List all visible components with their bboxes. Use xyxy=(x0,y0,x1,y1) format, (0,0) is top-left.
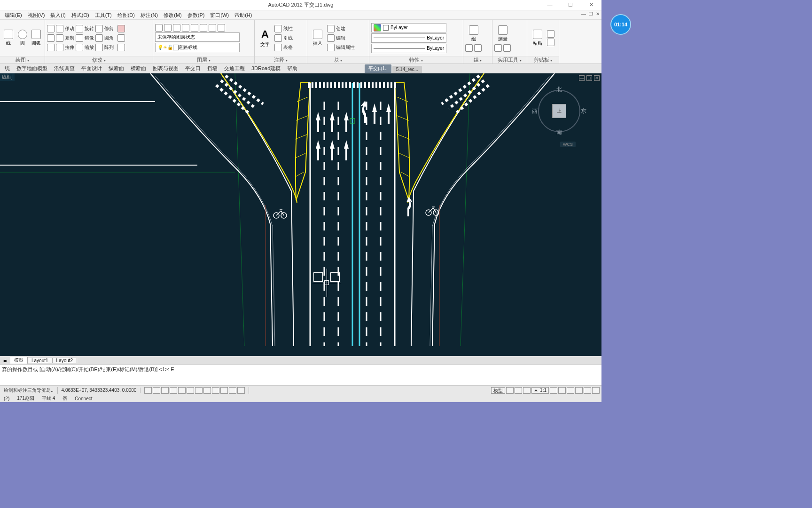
secmenu-item[interactable]: 挡墙 xyxy=(204,65,220,72)
status-icon[interactable] xyxy=(558,387,566,394)
secmenu-item[interactable]: 交通工程 xyxy=(221,65,248,72)
secmenu-item[interactable]: 统 xyxy=(2,65,13,72)
layer-current-dropdown[interactable]: 💡 ☀ 🔓 道路标线 xyxy=(155,43,240,52)
osnap-toggle[interactable] xyxy=(178,387,186,394)
compass-north[interactable]: 北 xyxy=(556,86,562,94)
menu-format[interactable]: 格式(O) xyxy=(69,10,92,20)
rotate-icon[interactable] xyxy=(76,25,83,32)
copy-icon[interactable] xyxy=(56,34,63,42)
paste-button[interactable]: 粘贴 xyxy=(529,24,546,53)
text-button[interactable]: A文字 xyxy=(257,24,273,53)
menu-tools[interactable]: 工具(T) xyxy=(92,10,115,20)
secmenu-item[interactable]: 沿线调查 xyxy=(51,65,78,72)
hatch-icon[interactable] xyxy=(47,44,55,51)
menu-window[interactable]: 窗口(W) xyxy=(207,10,232,20)
layout-tab-model[interactable]: 模型 xyxy=(10,357,28,364)
secmenu-item[interactable]: 平面设计 xyxy=(78,65,105,72)
measure-button[interactable]: 测量 xyxy=(494,24,511,43)
block-attr-button[interactable]: 编辑属性 xyxy=(327,44,355,51)
panel-props-label[interactable]: 特性 xyxy=(369,56,463,64)
trim-icon[interactable] xyxy=(95,25,103,32)
ortho-toggle[interactable] xyxy=(161,387,169,394)
group-button[interactable]: 组 xyxy=(465,24,482,43)
leader-button[interactable]: 引线 xyxy=(274,34,293,42)
layer-off-icon[interactable] xyxy=(200,24,207,32)
status-icon[interactable] xyxy=(592,387,600,394)
move-icon[interactable] xyxy=(56,25,63,32)
ungroup-icon[interactable] xyxy=(465,44,473,52)
command-line[interactable]: 弃的操作数目或 [自动(A)/控制(C)/开始(BE)/结束(E)/标记(M)/… xyxy=(0,365,601,385)
minimize-button[interactable]: — xyxy=(539,0,560,10)
status-icon[interactable] xyxy=(584,387,591,394)
qp-toggle[interactable] xyxy=(229,387,236,394)
panel-group-label[interactable]: 组 xyxy=(463,56,492,64)
draw-arc-button[interactable]: 圆弧 xyxy=(30,24,43,53)
mdi-min-icon[interactable]: — xyxy=(581,11,586,16)
explode-icon[interactable] xyxy=(117,34,125,42)
offset-icon[interactable] xyxy=(117,44,125,51)
panel-layers-label[interactable]: 图层 xyxy=(153,56,254,64)
linetype-dropdown[interactable]: ByLayer xyxy=(371,44,446,53)
polar-toggle[interactable] xyxy=(170,387,177,394)
secmenu-item[interactable]: 帮助 xyxy=(284,65,300,72)
status-icon[interactable] xyxy=(575,387,583,394)
mdi-restore-icon[interactable]: ❐ xyxy=(589,11,593,16)
menu-params[interactable]: 参数(P) xyxy=(185,10,208,20)
mirror-icon[interactable] xyxy=(76,34,83,42)
viewcube-top[interactable]: 上 xyxy=(552,104,566,118)
status-icon[interactable] xyxy=(567,387,574,394)
stretch-icon[interactable] xyxy=(56,44,63,51)
doc-tab[interactable]: 5.14_rec... xyxy=(392,66,422,73)
otrack-toggle[interactable] xyxy=(187,387,194,394)
menu-insert[interactable]: 插入(I) xyxy=(47,10,68,20)
grid-toggle[interactable] xyxy=(153,387,160,394)
menu-edit[interactable]: 编辑(E) xyxy=(2,10,25,20)
compass-south[interactable]: 南 xyxy=(556,128,562,136)
panel-block-label[interactable]: 块 xyxy=(307,56,369,64)
panel-clip-label[interactable]: 剪贴板 xyxy=(527,56,559,64)
layout-tab-1[interactable]: Layout1 xyxy=(28,358,53,363)
menu-dimension[interactable]: 标注(N) xyxy=(138,10,161,20)
secmenu-item[interactable]: 平交口 xyxy=(182,65,203,72)
menu-modify[interactable]: 修改(M) xyxy=(161,10,185,20)
panel-draw-label[interactable]: 绘图 xyxy=(0,56,45,64)
status-icon[interactable] xyxy=(506,387,514,394)
model-space-button[interactable]: 模型 xyxy=(491,387,505,394)
erase-icon[interactable] xyxy=(117,25,125,32)
layer-states-icon[interactable] xyxy=(164,24,172,32)
color-dropdown[interactable]: ByLayer xyxy=(371,23,446,32)
layer-freeze-icon[interactable] xyxy=(182,24,189,32)
lineweight-dropdown[interactable]: ByLayer xyxy=(371,33,446,43)
compass-east[interactable]: 东 xyxy=(581,107,586,115)
fillet-icon[interactable] xyxy=(95,34,103,42)
menu-draw[interactable]: 绘图(D) xyxy=(115,10,138,20)
scale-icon[interactable] xyxy=(76,44,83,51)
layer-prev-icon[interactable] xyxy=(218,24,225,32)
rect-icon[interactable] xyxy=(47,25,55,32)
group-edit-icon[interactable] xyxy=(474,44,482,52)
menu-view[interactable]: 视图(V) xyxy=(25,10,48,20)
draw-circle-button[interactable]: 圆 xyxy=(16,24,29,53)
panel-modify-label[interactable]: 修改 xyxy=(45,56,153,64)
maximize-button[interactable]: ☐ xyxy=(560,0,581,10)
select-icon[interactable] xyxy=(503,44,511,52)
block-create-button[interactable]: 创建 xyxy=(327,25,355,32)
array-icon[interactable] xyxy=(95,44,103,51)
drawing-canvas[interactable]: 线框] — □ ✕ xyxy=(0,73,601,356)
layer-iso-icon[interactable] xyxy=(173,24,180,32)
copy-clip-icon[interactable] xyxy=(547,39,554,46)
view-cube[interactable]: 北 南 东 西 上 xyxy=(536,87,583,135)
snap-toggle[interactable] xyxy=(144,387,152,394)
layer-match-icon[interactable] xyxy=(209,24,216,32)
dyn-toggle[interactable] xyxy=(203,387,211,394)
wcs-label[interactable]: WCS xyxy=(560,142,576,147)
secmenu-item[interactable]: 横断面 xyxy=(128,65,149,72)
mdi-close-icon[interactable]: ✕ xyxy=(596,11,600,16)
layer-state-dropdown[interactable]: 未保存的图层状态 xyxy=(155,32,240,42)
close-button[interactable]: ✕ xyxy=(581,0,601,10)
layer-prop-icon[interactable] xyxy=(155,24,163,32)
panel-annot-label[interactable]: 注释 xyxy=(255,56,307,64)
block-edit-button[interactable]: 编辑 xyxy=(327,34,355,42)
layer-lock-icon[interactable] xyxy=(191,24,198,32)
layout-tab-2[interactable]: Layout2 xyxy=(53,358,78,363)
